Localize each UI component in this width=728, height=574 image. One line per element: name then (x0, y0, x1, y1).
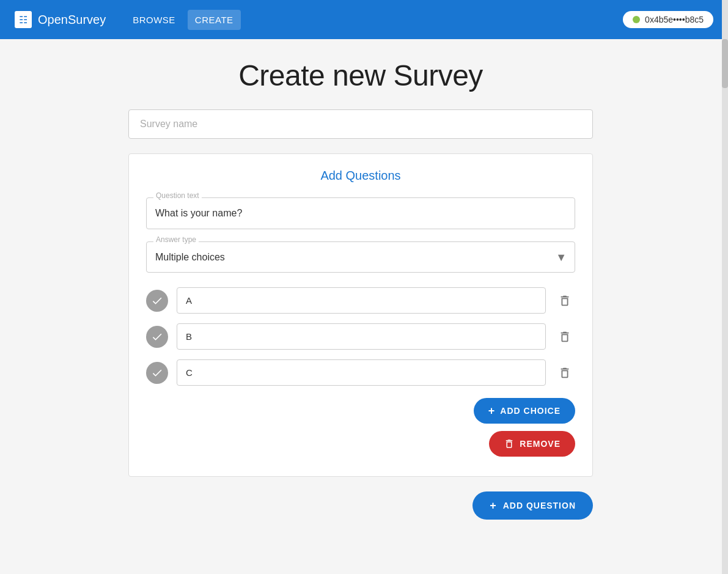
answer-type-wrapper: Answer type Text Multiple choices Single… (146, 241, 575, 273)
checkbox-check-icon (151, 295, 163, 307)
brand: ☷ OpenSurvey (15, 11, 106, 28)
scrollbar-thumb[interactable] (722, 39, 728, 88)
remove-question-button[interactable]: REMOVE (489, 431, 575, 457)
choice-row (146, 323, 575, 350)
question-text-label: Question text (153, 191, 202, 200)
choice-checkbox-a (146, 290, 168, 312)
checkbox-check-icon (151, 331, 163, 343)
add-question-wrapper: + ADD QUESTION (128, 491, 593, 520)
add-question-label: ADD QUESTION (503, 501, 576, 510)
add-questions-title: Add Questions (146, 169, 575, 183)
remove-label: REMOVE (520, 439, 561, 449)
choices-list (146, 287, 575, 386)
nav-create[interactable]: CREATE (188, 10, 241, 30)
choice-input-a[interactable] (177, 287, 546, 314)
add-question-button[interactable]: + ADD QUESTION (472, 491, 593, 520)
action-buttons: + ADD CHOICE REMOVE (146, 398, 575, 457)
question-text-input[interactable] (146, 197, 575, 229)
add-choice-label: ADD CHOICE (500, 406, 561, 416)
delete-choice-a-button[interactable] (554, 290, 575, 311)
main-content: Create new Survey Add Questions Question… (0, 39, 721, 544)
survey-name-wrapper (128, 109, 593, 139)
trash-icon (558, 330, 572, 344)
choice-checkbox-b (146, 326, 168, 348)
nav-links: BROWSE CREATE (125, 10, 240, 30)
survey-name-input[interactable] (140, 119, 581, 130)
wallet-status-dot (633, 16, 640, 23)
questions-card: Add Questions Question text Answer type … (128, 153, 593, 477)
choice-row (146, 287, 575, 314)
navbar: ☷ OpenSurvey BROWSE CREATE 0x4b5e••••b8c… (0, 0, 728, 39)
trash-icon (558, 366, 572, 380)
wallet-badge[interactable]: 0x4b5e••••b8c5 (623, 11, 713, 28)
checkbox-check-icon (151, 367, 163, 379)
add-choice-button[interactable]: + ADD CHOICE (474, 398, 575, 424)
nav-browse[interactable]: BROWSE (125, 10, 183, 30)
survey-form: Add Questions Question text Answer type … (128, 109, 593, 520)
choice-input-b[interactable] (177, 323, 546, 350)
delete-choice-c-button[interactable] (554, 362, 575, 383)
wallet-address: 0x4b5e••••b8c5 (645, 15, 704, 24)
answer-type-select[interactable]: Text Multiple choices Single choice (146, 241, 575, 273)
scrollbar (722, 0, 728, 574)
trash-remove-icon (504, 438, 515, 449)
brand-icon: ☷ (15, 11, 32, 28)
plus-icon-question: + (490, 500, 497, 511)
answer-type-label: Answer type (153, 235, 199, 244)
delete-choice-b-button[interactable] (554, 326, 575, 347)
plus-icon: + (488, 405, 496, 416)
brand-name: OpenSurvey (38, 13, 106, 27)
choice-input-c[interactable] (177, 359, 546, 386)
page-title: Create new Survey (0, 39, 721, 109)
choice-checkbox-c (146, 362, 168, 384)
question-text-group: Question text (146, 197, 575, 229)
choice-row (146, 359, 575, 386)
trash-icon (558, 294, 572, 307)
